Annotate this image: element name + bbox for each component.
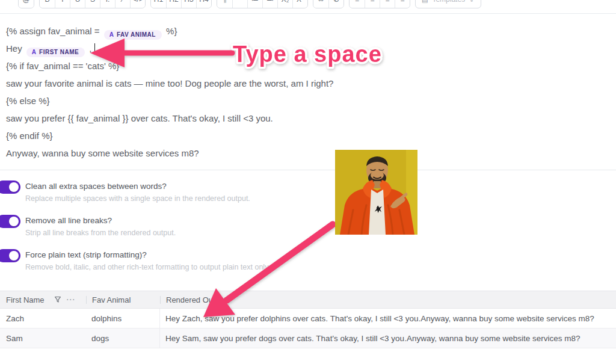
- toggle-switch[interactable]: [0, 180, 20, 194]
- table-header: First Name ⋯ Fav Animal Rendered Output: [0, 291, 616, 309]
- toggle-description: Remove bold, italic, and other rich-text…: [25, 264, 270, 271]
- toolbar-button-bold[interactable]: B: [40, 0, 55, 8]
- table-row: Sam dogs Hey Sam, saw you prefer dogs ov…: [0, 329, 616, 348]
- toolbar-button-horizontal-rule[interactable]: ⋯: [232, 0, 247, 8]
- toggle-description: Replace multiple spaces with a single sp…: [25, 195, 250, 203]
- toggle-label: Remove all line breaks?: [25, 216, 176, 226]
- cell-fav-animal: dogs: [86, 334, 159, 343]
- toolbar-button-code[interactable]: </>: [130, 0, 145, 8]
- toolbar-button-heading-3[interactable]: H3: [181, 0, 196, 8]
- toolbar-group: ≡≡≡≡: [349, 0, 410, 8]
- filter-icon[interactable]: [54, 296, 61, 303]
- drake-meme-image[interactable]: [335, 150, 417, 235]
- toolbar-group: ∞⊘: [313, 0, 344, 8]
- toolbar-button-heading-1[interactable]: H1: [151, 0, 166, 8]
- toolbar-button-strikethrough[interactable]: S: [85, 0, 100, 8]
- toolbar-button-italic[interactable]: I: [55, 0, 70, 8]
- editor-line: Hey AFIRST NAME ,: [6, 40, 610, 57]
- toggle-label: Clean all extra spaces between words?: [25, 182, 250, 191]
- cell-fav-animal: dolphins: [86, 314, 159, 323]
- page-root: { "toolbar": { "groups": [ [{"name":"men…: [0, 0, 616, 364]
- editor-text: Hey: [6, 43, 25, 54]
- variable-pill-first-name[interactable]: AFIRST NAME: [26, 48, 85, 57]
- results-table: First Name ⋯ Fav Animal Rendered Output …: [0, 291, 616, 348]
- template-icon: ▤: [422, 0, 428, 4]
- editor-line: {% endif %}: [6, 127, 610, 144]
- toggle-switch[interactable]: [0, 215, 20, 228]
- toolbar-group: @: [18, 0, 34, 8]
- more-options-icon[interactable]: ⋯: [66, 297, 75, 303]
- toolbar-button-align-justify[interactable]: ≡: [395, 0, 410, 8]
- toggle-remove-line-breaks: Remove all line breaks? Strip all line b…: [0, 216, 270, 237]
- cell-rendered-output: Hey Zach, saw you prefer dolphins over c…: [159, 309, 616, 329]
- toolbar-button-heading-2[interactable]: H2: [166, 0, 181, 8]
- toolbar-button-highlight[interactable]: ⁄: [115, 0, 130, 8]
- variable-pill-fav-animal[interactable]: AFAV ANIMAL: [104, 30, 162, 40]
- templates-dropdown[interactable]: ▤ Templates ⇕: [415, 0, 481, 8]
- column-type-icon: A: [32, 49, 36, 55]
- toolbar-button-heading-4[interactable]: H4: [196, 0, 211, 8]
- template-editor[interactable]: {% assign fav_animal = AFAV ANIMAL %} He…: [0, 14, 616, 162]
- toggle-knob: [9, 182, 19, 192]
- toggle-knob: [9, 217, 19, 226]
- toolbar-group: ¶⋯≔≕X₂X²: [217, 0, 308, 8]
- column-header-first-name: First Name ⋯: [0, 295, 86, 304]
- templates-label: Templates: [432, 0, 465, 4]
- toolbar-button-bullet-list[interactable]: ≔: [247, 0, 262, 8]
- toggle-label: Force plain text (strip formatting)?: [25, 250, 270, 260]
- liquid-text: {% assign fav_animal =: [6, 26, 102, 36]
- editor-text: ,: [87, 43, 91, 54]
- formatting-toolbar: @BIUSI.⁄</>H1H2H3H4¶⋯≔≕X₂X²∞⊘≡≡≡≡ ▤ Temp…: [0, 0, 616, 14]
- cell-first-name: Sam: [0, 334, 86, 343]
- editor-line: {% else %}: [6, 92, 610, 110]
- toggle-knob: [9, 251, 19, 261]
- toolbar-button-link[interactable]: ∞: [313, 0, 328, 8]
- editor-line: {% if fav_animal == 'cats' %}: [6, 57, 610, 75]
- cell-rendered-output: Hey Sam, saw you prefer dogs over cats. …: [159, 329, 616, 348]
- toolbar-button-align-right[interactable]: ≡: [380, 0, 395, 8]
- toolbar-group: BIUSI.⁄</>: [39, 0, 146, 8]
- toolbar-button-underline[interactable]: U: [70, 0, 85, 8]
- chevron-up-down-icon: ⇕: [469, 0, 474, 3]
- column-header-fav-animal: Fav Animal: [87, 295, 160, 304]
- column-type-icon: A: [109, 32, 114, 38]
- table-row: Zach dolphins Hey Zach, saw you prefer d…: [0, 309, 616, 329]
- column-label: First Name: [6, 295, 45, 304]
- variable-pill-label: FIRST NAME: [39, 49, 79, 55]
- column-header-rendered-output: Rendered Output: [161, 295, 616, 304]
- toolbar-button-align-left[interactable]: ≡: [350, 0, 365, 8]
- toolbar-button-ordered-list[interactable]: ≕: [262, 0, 277, 8]
- toolbar-button-superscript[interactable]: X²: [292, 0, 307, 8]
- editor-line: saw your favorite animal is cats — mine …: [6, 75, 610, 92]
- liquid-text: %}: [164, 26, 177, 36]
- toolbar-button-align-center[interactable]: ≡: [365, 0, 380, 8]
- render-options: Clean all extra spaces between words? Re…: [0, 182, 270, 285]
- cell-first-name: Zach: [0, 314, 86, 323]
- toolbar-button-blockquote[interactable]: ¶: [217, 0, 232, 8]
- toggle-force-plain-text: Force plain text (strip formatting)? Rem…: [0, 250, 270, 271]
- toolbar-group: H1H2H3H4: [150, 0, 212, 8]
- editor-line: saw you prefer {{ fav_animal }} over cat…: [6, 110, 610, 127]
- variable-pill-label: FAV ANIMAL: [117, 32, 156, 38]
- section-divider: [0, 170, 616, 170]
- editor-line: {% assign fav_animal = AFAV ANIMAL %}: [6, 22, 610, 40]
- text-cursor: [94, 43, 96, 54]
- editor-line: Anyway, wanna buy some website services …: [6, 144, 610, 162]
- toolbar-button-unlink[interactable]: ⊘: [328, 0, 343, 8]
- toolbar-button-clear-formatting[interactable]: I.: [100, 0, 115, 8]
- toggle-description: Strip all line breaks from the rendered …: [25, 229, 176, 237]
- toolbar-button-mention[interactable]: @: [19, 0, 34, 8]
- toggle-switch[interactable]: [0, 249, 20, 262]
- toggle-clean-spaces: Clean all extra spaces between words? Re…: [0, 182, 270, 203]
- toolbar-button-subscript[interactable]: X₂: [277, 0, 292, 8]
